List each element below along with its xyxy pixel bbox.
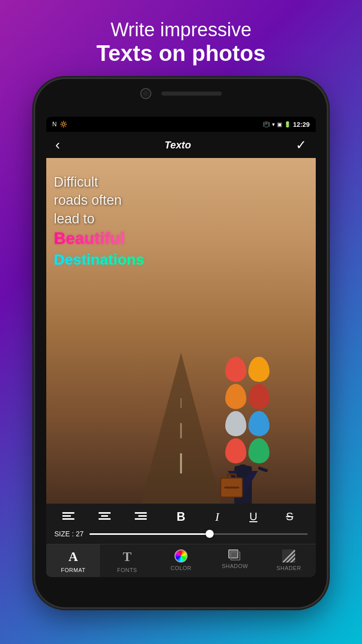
photo-background: Difficultroads oftenlead to Beautiful De… — [46, 158, 316, 504]
size-slider-row: SIZE : 27 — [54, 530, 308, 538]
camera-lens — [140, 88, 151, 99]
shader-tab-icon — [282, 549, 295, 562]
underline-button[interactable]: U — [243, 510, 263, 524]
toolbar: B I U S SIZE : 27 — [46, 504, 316, 544]
photo-text-destinations: Destinations — [54, 250, 235, 269]
shadow-tab-icon — [228, 549, 241, 560]
balloon-orange — [248, 357, 269, 382]
photo-text-line1: Difficultroads oftenlead to — [54, 173, 235, 228]
size-slider-thumb[interactable] — [206, 530, 214, 538]
fonts-tab-label: FONTS — [117, 567, 137, 573]
format-tab-label: FORMAT — [61, 567, 85, 573]
size-label: SIZE : 27 — [54, 530, 83, 538]
align-right-button[interactable] — [135, 510, 155, 524]
status-camera-icon: 🔆 — [60, 121, 67, 128]
status-wifi-icon: ▾ — [272, 121, 275, 128]
status-vibrate-icon: 📳 — [263, 121, 270, 128]
phone-camera-area — [140, 88, 222, 99]
status-right: 📳 ▾ ▣ 🔋 12:29 — [263, 121, 310, 128]
bold-button[interactable]: B — [171, 510, 191, 524]
italic-button[interactable]: I — [207, 510, 227, 524]
color-tab-label: COLOR — [170, 565, 192, 571]
status-bar: N 🔆 📳 ▾ ▣ 🔋 12:29 — [46, 117, 316, 132]
shadow-tab-label: SHADOW — [222, 563, 248, 569]
hero-section: Write impressive Texts on photos — [0, 0, 362, 74]
tab-shader[interactable]: SHADER — [262, 544, 316, 577]
balloon-green — [248, 438, 269, 463]
bottom-tab-bar: A FORMAT T FONTS COLOR SHADOW — [46, 544, 316, 577]
tab-fonts[interactable]: T FONTS — [100, 544, 154, 577]
photo-text-beautiful: Beautiful — [54, 228, 235, 250]
hero-line1: Write impressive — [20, 19, 342, 41]
status-time: 12:29 — [293, 121, 310, 128]
status-signal-icon: ▣ — [277, 121, 282, 128]
shader-tab-label: SHADER — [277, 565, 301, 571]
phone-device: N 🔆 📳 ▾ ▣ 🔋 12:29 ‹ Texto ✓ — [35, 79, 327, 607]
photo-canvas[interactable]: Difficultroads oftenlead to Beautiful De… — [46, 158, 316, 504]
phone-screen: N 🔆 📳 ▾ ▣ 🔋 12:29 ‹ Texto ✓ — [46, 117, 316, 577]
align-left-button[interactable] — [62, 510, 82, 524]
speaker-grille — [161, 92, 222, 96]
color-tab-icon — [174, 549, 188, 562]
align-center-button[interactable] — [99, 510, 119, 524]
balloon-blue — [248, 411, 269, 436]
balloon-grey — [225, 411, 246, 436]
suitcase — [220, 477, 243, 498]
status-notification-icon: N — [52, 121, 57, 128]
tab-shadow[interactable]: SHADOW — [208, 544, 262, 577]
text-overlay: Difficultroads oftenlead to Beautiful De… — [54, 173, 235, 269]
format-buttons-row: B I U S — [54, 510, 308, 524]
app-title: Texto — [164, 139, 191, 151]
fonts-tab-icon: T — [123, 549, 131, 565]
hero-line2: Texts on photos — [20, 41, 342, 66]
balloons-group — [225, 357, 291, 463]
size-slider-fill — [89, 533, 210, 535]
balloon-red — [225, 357, 246, 382]
confirm-button[interactable]: ✓ — [296, 137, 307, 153]
status-left: N 🔆 — [52, 121, 67, 128]
balloon-red2 — [225, 438, 246, 463]
size-slider-track[interactable] — [89, 533, 308, 535]
balloon-darkorange — [225, 384, 246, 409]
app-header: ‹ Texto ✓ — [46, 132, 316, 158]
balloon-darkred — [248, 384, 269, 409]
format-tab-icon: A — [68, 549, 78, 565]
back-button[interactable]: ‹ — [55, 137, 60, 153]
tab-color[interactable]: COLOR — [154, 544, 208, 577]
strikethrough-button[interactable]: S — [280, 510, 300, 524]
tab-format[interactable]: A FORMAT — [46, 544, 100, 577]
status-battery-icon: 🔋 — [284, 121, 291, 128]
